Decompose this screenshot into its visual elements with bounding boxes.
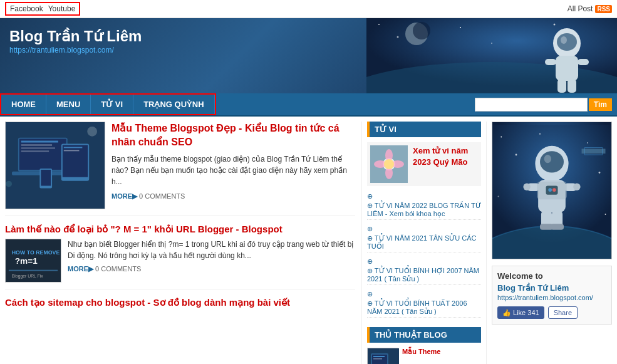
svg-point-3 [378, 24, 380, 25]
featured-post-meta: MORE▶ 0 COMMENTS [111, 192, 355, 200]
welcome-url[interactable]: https://trantuliem.blogspot.com/ [497, 294, 606, 301]
svg-point-67 [523, 184, 530, 190]
svg-rect-27 [64, 147, 83, 148]
nav-bar: HOME MENU TỬ VI TRẠNG QUỲNH Tìm [0, 93, 617, 117]
svg-rect-74 [551, 224, 564, 230]
blog-url[interactable]: https://trantuliem.blogspot.com/ [9, 46, 114, 55]
secondary-post-title[interactable]: Làm thế nào để loại bỏ "? M = 1" khỏi UR… [5, 224, 355, 235]
search-input[interactable] [475, 98, 588, 112]
svg-point-51 [500, 137, 502, 138]
svg-rect-26 [63, 145, 88, 177]
tuvi-item-link-1[interactable]: ⊕ TỬ VI NĂM 2022 BLOG TRẦN TỪ LIÊM - Xem… [367, 200, 481, 220]
svg-rect-75 [546, 185, 558, 194]
facebook-link[interactable]: Facebook [10, 4, 43, 13]
nav-home[interactable]: HOME [1, 95, 46, 114]
secondary-post-thumbnail: HOW TO REMOVE ?m=1 Blogger URL Fix [5, 239, 61, 283]
facebook-buttons: 👍 Like 341 Share [497, 306, 606, 319]
svg-point-52 [516, 154, 517, 156]
nav-items: HOME MENU TỬ VI TRẠNG QUỲNH [0, 93, 216, 115]
featured-post-more[interactable]: MORE▶ [111, 192, 137, 200]
header-text: Blog Trần Tứ Liêm https://trantuliem.blo… [9, 28, 608, 55]
featured-post-thumbnail [5, 122, 105, 209]
svg-rect-48 [373, 356, 385, 357]
svg-point-76 [548, 188, 552, 192]
svg-rect-11 [556, 56, 578, 81]
top-bar: Facebook Youtube All Post RSS [0, 0, 617, 18]
social-links: Facebook Youtube [5, 2, 80, 16]
svg-point-77 [552, 188, 556, 192]
secondary-post-meta: MORE▶ 0 COMMENTS [68, 265, 355, 273]
svg-point-69 [573, 184, 580, 190]
tuvi-widget-title: TỬ VI [367, 122, 481, 137]
tuvi-list-item-2: ⊕ TỬ VI NĂM 2021 TÂN SỬU CÁC TUỔI [367, 224, 481, 252]
svg-rect-13 [578, 59, 589, 65]
nav-trangquynh[interactable]: TRẠNG QUỲNH [133, 95, 214, 114]
svg-rect-49 [373, 358, 382, 360]
svg-rect-14 [557, 79, 566, 93]
search-button[interactable]: Tìm [589, 98, 612, 111]
tuvi-list-item-1: ⊕ TỬ VI NĂM 2022 BLOG TRẦN TỪ LIÊM - Xem… [367, 191, 481, 220]
svg-rect-22 [21, 147, 55, 148]
tuvi-featured-link[interactable]: Xem tử vi năm 2023 Quý Mão [413, 145, 478, 183]
svg-point-57 [605, 214, 606, 215]
tuvi-featured-image [370, 145, 408, 183]
tuvi-item-link-4[interactable]: ⊕ TỬ VI TUỔI BÍNH TUẤT 2006 NĂM 2021 ( T… [367, 298, 481, 318]
thuthuat-widget-title: THỦ THUẬT BLOG [367, 327, 481, 343]
featured-post-excerpt: Bạn thấy mẫu theme blogspot (giao diện) … [111, 153, 355, 187]
tuvi-list-item-3: ⊕ TỬ VI TUỔI BÍNH HỢI 2007 NĂM 2021 ( Tâ… [367, 256, 481, 285]
tuvi-item-link-3[interactable]: ⊕ TỬ VI TUỔI BÍNH HỢI 2007 NĂM 2021 ( Tâ… [367, 266, 481, 285]
svg-rect-15 [568, 79, 576, 93]
tuvi-item-link-2[interactable]: ⊕ TỬ VI NĂM 2021 TÂN SỬU CÁC TUỔI [367, 233, 481, 252]
featured-post-title[interactable]: Mẫu Theme Blogspot Đẹp - Kiểu Blog tin t… [111, 122, 355, 150]
svg-text:Blogger URL Fix: Blogger URL Fix [12, 274, 43, 279]
left-column: Mẫu Theme Blogspot Đẹp - Kiểu Blog tin t… [5, 122, 361, 364]
top-bar-right: All Post RSS [568, 4, 612, 13]
welcome-blog-name: Blog Trần Tứ Liêm [497, 283, 606, 293]
svg-point-44 [384, 159, 394, 169]
thuthuat-widget: THỦ THUẬT BLOG Mẫu Theme [367, 327, 481, 364]
like-button[interactable]: 👍 Like 341 [497, 306, 544, 319]
header: Blog Trần Tứ Liêm https://trantuliem.blo… [0, 18, 617, 93]
svg-point-55 [599, 172, 601, 174]
right-column: Welcome to Blog Trần Tứ Liêm https://tra… [487, 122, 612, 364]
featured-post-content: Mẫu Theme Blogspot Đẹp - Kiểu Blog tin t… [111, 122, 355, 209]
svg-text:HOW TO REMOVE: HOW TO REMOVE [12, 249, 60, 256]
secondary-post-more[interactable]: MORE▶ [68, 265, 93, 273]
svg-rect-12 [545, 59, 556, 65]
nav-search: Tìm [470, 95, 617, 114]
svg-point-31 [87, 127, 97, 137]
tuvi-widget: TỬ VI Xem tử vi năm 2023 Quý Mão [367, 122, 481, 318]
featured-post-comments: 0 COMMENTS [139, 192, 185, 200]
share-button[interactable]: Share [548, 306, 578, 319]
svg-point-53 [539, 133, 541, 135]
thuthuat-title-1[interactable]: Mẫu Theme [402, 348, 440, 364]
svg-point-7 [554, 24, 556, 26]
nav-menu[interactable]: MENU [46, 95, 91, 114]
welcome-label: Welcome to [497, 271, 606, 281]
secondary-post-content: Như bạn biết Blogger hiển thị ?m= 1 tron… [68, 239, 355, 283]
svg-rect-20 [21, 141, 58, 143]
allpost-link[interactable]: All Post [568, 4, 593, 13]
svg-point-64 [544, 155, 551, 163]
svg-rect-23 [21, 150, 49, 152]
svg-text:?m=1: ?m=1 [15, 256, 38, 266]
thuthuat-thumb-1 [367, 348, 398, 364]
svg-point-54 [587, 142, 588, 143]
secondary-post-excerpt: Như bạn biết Blogger hiển thị ?m= 1 tron… [68, 239, 355, 261]
tuvi-featured: Xem tử vi năm 2023 Quý Mão [367, 142, 481, 186]
svg-rect-36 [9, 270, 58, 271]
tuvi-list-item-4: ⊕ TỬ VI TUỔI BÍNH TUẤT 2006 NĂM 2021 ( T… [367, 289, 481, 318]
svg-rect-60 [582, 149, 606, 154]
youtube-link[interactable]: Youtube [48, 4, 76, 13]
third-post-title[interactable]: Cách tạo sitemap cho blogspot - Sơ đồ bl… [5, 297, 355, 308]
secondary-post-body: HOW TO REMOVE ?m=1 Blogger URL Fix Như b… [5, 239, 355, 283]
svg-point-56 [498, 196, 499, 197]
welcome-box: Welcome to Blog Trần Tứ Liêm https://tra… [492, 266, 612, 325]
secondary-post-comments: 0 COMMENTS [95, 265, 141, 273]
featured-post: Mẫu Theme Blogspot Đẹp - Kiểu Blog tin t… [5, 122, 355, 216]
svg-rect-30 [41, 170, 51, 186]
svg-rect-28 [64, 150, 80, 151]
svg-rect-21 [21, 144, 52, 145]
nav-tuvi[interactable]: TỬ VI [91, 95, 133, 114]
rss-badge: RSS [595, 5, 612, 13]
